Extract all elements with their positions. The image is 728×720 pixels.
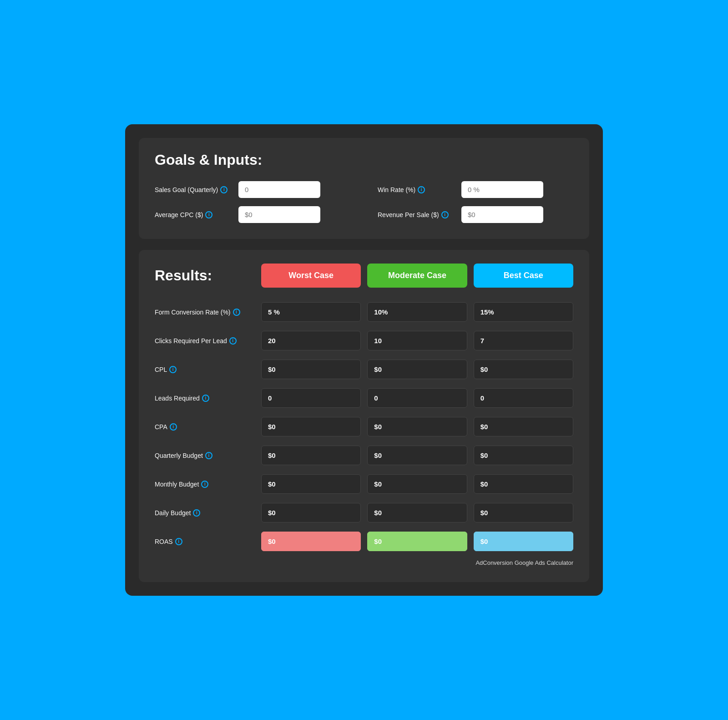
worst-cell-2: $0 xyxy=(261,360,361,379)
revenue-per-sale-input[interactable] xyxy=(461,206,543,223)
results-section: Results: Worst Case Moderate Case Best C… xyxy=(139,250,589,582)
worst-cell-4: $0 xyxy=(261,417,361,436)
revenue-per-sale-row: Revenue Per Sale ($) i xyxy=(378,206,573,223)
worst-cell-8: $0 xyxy=(261,532,361,551)
result-row: Monthly Budget i$0$0$0 xyxy=(155,470,573,498)
moderate-cell-4: $0 xyxy=(367,417,467,436)
worst-cell-7: $0 xyxy=(261,503,361,522)
win-rate-label: Win Rate (%) i xyxy=(378,186,455,193)
worst-cell-1: 20 xyxy=(261,331,361,350)
results-header: Results: Worst Case Moderate Case Best C… xyxy=(155,264,573,288)
best-cell-6: $0 xyxy=(474,474,573,494)
result-label-0: Form Conversion Rate (%) i xyxy=(155,309,255,316)
result-info-icon-3[interactable]: i xyxy=(202,395,209,402)
best-cell-0: 15% xyxy=(474,302,573,322)
results-title: Results: xyxy=(155,267,255,284)
best-cell-2: $0 xyxy=(474,360,573,379)
win-rate-info-icon[interactable]: i xyxy=(418,186,425,193)
inputs-grid: Sales Goal (Quarterly) i Win Rate (%) i … xyxy=(155,181,573,223)
result-row: Clicks Required Per Lead i20107 xyxy=(155,326,573,355)
moderate-cell-5: $0 xyxy=(367,446,467,465)
best-cell-8: $0 xyxy=(474,532,573,551)
result-row: Daily Budget i$0$0$0 xyxy=(155,498,573,527)
best-cell-7: $0 xyxy=(474,503,573,522)
goals-title: Goals & Inputs: xyxy=(155,152,573,168)
result-label-4: CPA i xyxy=(155,423,255,431)
win-rate-input[interactable] xyxy=(461,181,543,198)
avg-cpc-input[interactable] xyxy=(238,206,320,223)
sales-goal-label: Sales Goal (Quarterly) i xyxy=(155,186,232,193)
best-cell-1: 7 xyxy=(474,331,573,350)
sales-goal-info-icon[interactable]: i xyxy=(220,186,228,193)
win-rate-row: Win Rate (%) i xyxy=(378,181,573,198)
moderate-cell-3: 0 xyxy=(367,388,467,408)
avg-cpc-row: Average CPC ($) i xyxy=(155,206,350,223)
result-label-2: CPL i xyxy=(155,366,255,373)
result-label-1: Clicks Required Per Lead i xyxy=(155,337,255,345)
sales-goal-input[interactable] xyxy=(238,181,320,198)
result-label-3: Leads Required i xyxy=(155,395,255,402)
result-info-icon-4[interactable]: i xyxy=(170,423,177,431)
result-row: Quarterly Budget i$0$0$0 xyxy=(155,441,573,470)
app-container: Goals & Inputs: Sales Goal (Quarterly) i… xyxy=(125,124,603,596)
result-label-6: Monthly Budget i xyxy=(155,481,255,488)
result-row: CPA i$0$0$0 xyxy=(155,412,573,441)
moderate-cell-6: $0 xyxy=(367,474,467,494)
result-label-8: ROAS i xyxy=(155,538,255,545)
revenue-per-sale-info-icon[interactable]: i xyxy=(441,211,449,218)
result-info-icon-5[interactable]: i xyxy=(205,452,212,459)
result-label-5: Quarterly Budget i xyxy=(155,452,255,459)
result-label-7: Daily Budget i xyxy=(155,509,255,517)
result-info-icon-0[interactable]: i xyxy=(233,309,240,316)
result-info-icon-6[interactable]: i xyxy=(201,481,208,488)
moderate-cell-0: 10% xyxy=(367,302,467,322)
result-info-icon-1[interactable]: i xyxy=(229,337,237,345)
worst-cell-5: $0 xyxy=(261,446,361,465)
best-cell-5: $0 xyxy=(474,446,573,465)
worst-cell-0: 5 % xyxy=(261,302,361,322)
moderate-cell-8: $0 xyxy=(367,532,467,551)
footer-text: AdConversion Google Ads Calculator xyxy=(155,559,573,566)
avg-cpc-label: Average CPC ($) i xyxy=(155,211,232,218)
revenue-per-sale-label: Revenue Per Sale ($) i xyxy=(378,211,455,218)
moderate-case-button[interactable]: Moderate Case xyxy=(367,264,467,288)
best-case-button[interactable]: Best Case xyxy=(474,264,573,288)
worst-case-button[interactable]: Worst Case xyxy=(261,264,361,288)
best-cell-4: $0 xyxy=(474,417,573,436)
result-info-icon-8[interactable]: i xyxy=(175,538,182,545)
avg-cpc-info-icon[interactable]: i xyxy=(205,211,212,218)
result-info-icon-2[interactable]: i xyxy=(169,366,177,373)
worst-cell-6: $0 xyxy=(261,474,361,494)
result-row: CPL i$0$0$0 xyxy=(155,355,573,384)
result-row: Form Conversion Rate (%) i5 %10%15% xyxy=(155,298,573,326)
moderate-cell-7: $0 xyxy=(367,503,467,522)
result-info-icon-7[interactable]: i xyxy=(193,509,200,517)
best-cell-3: 0 xyxy=(474,388,573,408)
results-grid: Form Conversion Rate (%) i5 %10%15%Click… xyxy=(155,298,573,556)
worst-cell-3: 0 xyxy=(261,388,361,408)
goals-section: Goals & Inputs: Sales Goal (Quarterly) i… xyxy=(139,138,589,239)
sales-goal-row: Sales Goal (Quarterly) i xyxy=(155,181,350,198)
moderate-cell-2: $0 xyxy=(367,360,467,379)
result-row: ROAS i$0$0$0 xyxy=(155,527,573,556)
result-row: Leads Required i000 xyxy=(155,384,573,412)
moderate-cell-1: 10 xyxy=(367,331,467,350)
